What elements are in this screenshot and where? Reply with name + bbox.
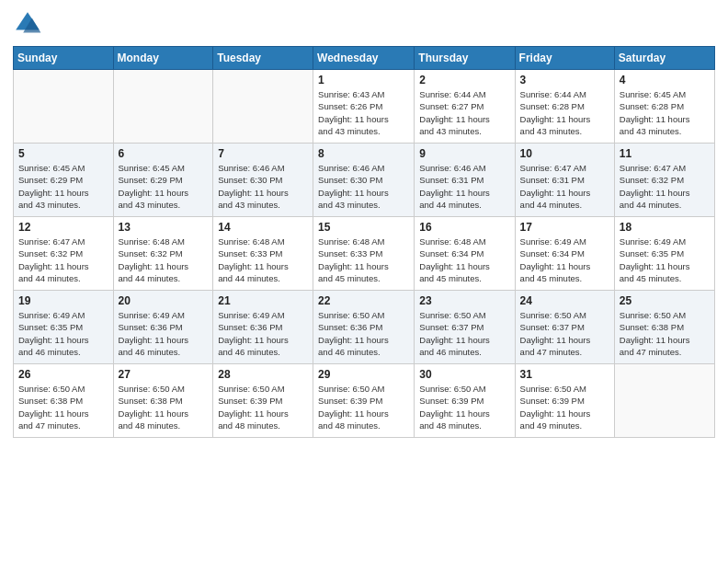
- calendar-cell: 15Sunrise: 6:48 AMSunset: 6:33 PMDayligh…: [313, 217, 415, 291]
- day-info: Sunrise: 6:48 AMSunset: 6:33 PMDaylight:…: [218, 236, 308, 284]
- calendar-cell: 27Sunrise: 6:50 AMSunset: 6:38 PMDayligh…: [113, 364, 213, 438]
- day-info: Sunrise: 6:50 AMSunset: 6:39 PMDaylight:…: [318, 383, 409, 431]
- day-number: 14: [218, 221, 308, 234]
- day-info: Sunrise: 6:46 AMSunset: 6:30 PMDaylight:…: [218, 162, 308, 211]
- calendar-cell: 6Sunrise: 6:45 AMSunset: 6:29 PMDaylight…: [113, 144, 213, 217]
- day-info: Sunrise: 6:50 AMSunset: 6:39 PMDaylight:…: [419, 383, 509, 431]
- day-info: Sunrise: 6:50 AMSunset: 6:36 PMDaylight:…: [318, 309, 409, 358]
- day-info: Sunrise: 6:48 AMSunset: 6:32 PMDaylight:…: [119, 236, 209, 284]
- calendar-cell: 18Sunrise: 6:49 AMSunset: 6:35 PMDayligh…: [614, 217, 714, 291]
- calendar-cell: 17Sunrise: 6:49 AMSunset: 6:34 PMDayligh…: [515, 217, 614, 291]
- day-number: 12: [18, 221, 108, 234]
- day-info: Sunrise: 6:46 AMSunset: 6:31 PMDaylight:…: [419, 162, 509, 211]
- day-header-thursday: Thursday: [415, 47, 515, 70]
- day-info: Sunrise: 6:47 AMSunset: 6:31 PMDaylight:…: [520, 162, 609, 211]
- day-number: 10: [520, 147, 609, 160]
- calendar-cell: 4Sunrise: 6:45 AMSunset: 6:28 PMDaylight…: [614, 70, 714, 144]
- day-header-friday: Friday: [515, 47, 614, 70]
- day-info: Sunrise: 6:46 AMSunset: 6:30 PMDaylight:…: [318, 162, 409, 211]
- day-number: 4: [620, 74, 710, 86]
- day-info: Sunrise: 6:44 AMSunset: 6:27 PMDaylight:…: [419, 88, 509, 137]
- day-number: 17: [520, 221, 609, 234]
- day-number: 21: [218, 294, 308, 307]
- calendar-cell: 23Sunrise: 6:50 AMSunset: 6:37 PMDayligh…: [415, 291, 515, 364]
- day-info: Sunrise: 6:50 AMSunset: 6:39 PMDaylight:…: [218, 383, 308, 431]
- calendar-cell: 28Sunrise: 6:50 AMSunset: 6:39 PMDayligh…: [213, 364, 313, 438]
- day-number: 25: [620, 294, 710, 307]
- header: [13, 9, 715, 39]
- calendar-cell: [614, 364, 714, 438]
- calendar-cell: 16Sunrise: 6:48 AMSunset: 6:34 PMDayligh…: [415, 217, 515, 291]
- day-info: Sunrise: 6:49 AMSunset: 6:35 PMDaylight:…: [620, 236, 710, 284]
- day-number: 7: [218, 147, 308, 160]
- calendar-cell: 30Sunrise: 6:50 AMSunset: 6:39 PMDayligh…: [415, 364, 515, 438]
- day-number: 5: [18, 147, 108, 160]
- calendar: SundayMondayTuesdayWednesdayThursdayFrid…: [13, 46, 715, 438]
- day-number: 15: [318, 221, 409, 234]
- logo-icon: [13, 9, 42, 39]
- day-number: 8: [318, 147, 409, 160]
- day-number: 30: [419, 368, 509, 381]
- calendar-cell: 11Sunrise: 6:47 AMSunset: 6:32 PMDayligh…: [614, 144, 714, 217]
- day-number: 13: [119, 221, 209, 234]
- calendar-cell: 20Sunrise: 6:49 AMSunset: 6:36 PMDayligh…: [113, 291, 213, 364]
- day-number: 9: [419, 147, 509, 160]
- calendar-cell: 12Sunrise: 6:47 AMSunset: 6:32 PMDayligh…: [14, 217, 114, 291]
- day-info: Sunrise: 6:49 AMSunset: 6:36 PMDaylight:…: [119, 309, 209, 358]
- calendar-cell: 26Sunrise: 6:50 AMSunset: 6:38 PMDayligh…: [14, 364, 114, 438]
- calendar-cell: 2Sunrise: 6:44 AMSunset: 6:27 PMDaylight…: [415, 70, 515, 144]
- day-number: 23: [419, 294, 509, 307]
- calendar-week-row: 19Sunrise: 6:49 AMSunset: 6:35 PMDayligh…: [14, 291, 715, 364]
- day-number: 24: [520, 294, 609, 307]
- day-info: Sunrise: 6:43 AMSunset: 6:26 PMDaylight:…: [318, 88, 409, 137]
- day-info: Sunrise: 6:50 AMSunset: 6:38 PMDaylight:…: [119, 383, 209, 431]
- day-number: 26: [18, 368, 108, 381]
- calendar-cell: [213, 70, 313, 144]
- calendar-cell: 29Sunrise: 6:50 AMSunset: 6:39 PMDayligh…: [313, 364, 415, 438]
- calendar-cell: 9Sunrise: 6:46 AMSunset: 6:31 PMDaylight…: [415, 144, 515, 217]
- day-number: 6: [119, 147, 209, 160]
- calendar-cell: 3Sunrise: 6:44 AMSunset: 6:28 PMDaylight…: [515, 70, 614, 144]
- day-number: 16: [419, 221, 509, 234]
- day-number: 29: [318, 368, 409, 381]
- day-info: Sunrise: 6:49 AMSunset: 6:34 PMDaylight:…: [520, 236, 609, 284]
- calendar-cell: 13Sunrise: 6:48 AMSunset: 6:32 PMDayligh…: [113, 217, 213, 291]
- day-number: 3: [520, 74, 609, 86]
- calendar-week-row: 26Sunrise: 6:50 AMSunset: 6:38 PMDayligh…: [14, 364, 715, 438]
- calendar-cell: 1Sunrise: 6:43 AMSunset: 6:26 PMDaylight…: [313, 70, 415, 144]
- calendar-cell: 7Sunrise: 6:46 AMSunset: 6:30 PMDaylight…: [213, 144, 313, 217]
- calendar-header-row: SundayMondayTuesdayWednesdayThursdayFrid…: [14, 47, 715, 70]
- day-number: 20: [119, 294, 209, 307]
- day-number: 1: [318, 74, 409, 86]
- day-info: Sunrise: 6:50 AMSunset: 6:37 PMDaylight:…: [520, 309, 609, 358]
- calendar-cell: 24Sunrise: 6:50 AMSunset: 6:37 PMDayligh…: [515, 291, 614, 364]
- logo: [13, 9, 46, 39]
- day-info: Sunrise: 6:47 AMSunset: 6:32 PMDaylight:…: [18, 236, 108, 284]
- calendar-cell: 21Sunrise: 6:49 AMSunset: 6:36 PMDayligh…: [213, 291, 313, 364]
- calendar-cell: 31Sunrise: 6:50 AMSunset: 6:39 PMDayligh…: [515, 364, 614, 438]
- day-info: Sunrise: 6:45 AMSunset: 6:28 PMDaylight:…: [620, 88, 710, 137]
- day-number: 11: [620, 147, 710, 160]
- day-header-wednesday: Wednesday: [313, 47, 415, 70]
- day-header-monday: Monday: [113, 47, 213, 70]
- calendar-cell: 8Sunrise: 6:46 AMSunset: 6:30 PMDaylight…: [313, 144, 415, 217]
- day-number: 2: [419, 74, 509, 86]
- calendar-cell: 14Sunrise: 6:48 AMSunset: 6:33 PMDayligh…: [213, 217, 313, 291]
- calendar-cell: 19Sunrise: 6:49 AMSunset: 6:35 PMDayligh…: [14, 291, 114, 364]
- day-info: Sunrise: 6:47 AMSunset: 6:32 PMDaylight:…: [620, 162, 710, 211]
- day-info: Sunrise: 6:49 AMSunset: 6:35 PMDaylight:…: [18, 309, 108, 358]
- day-number: 18: [620, 221, 710, 234]
- calendar-week-row: 1Sunrise: 6:43 AMSunset: 6:26 PMDaylight…: [14, 70, 715, 144]
- day-header-sunday: Sunday: [14, 47, 114, 70]
- page: SundayMondayTuesdayWednesdayThursdayFrid…: [0, 0, 728, 563]
- day-info: Sunrise: 6:45 AMSunset: 6:29 PMDaylight:…: [18, 162, 108, 211]
- day-info: Sunrise: 6:49 AMSunset: 6:36 PMDaylight:…: [218, 309, 308, 358]
- day-header-saturday: Saturday: [614, 47, 714, 70]
- calendar-cell: 5Sunrise: 6:45 AMSunset: 6:29 PMDaylight…: [14, 144, 114, 217]
- calendar-week-row: 5Sunrise: 6:45 AMSunset: 6:29 PMDaylight…: [14, 144, 715, 217]
- calendar-cell: 22Sunrise: 6:50 AMSunset: 6:36 PMDayligh…: [313, 291, 415, 364]
- day-info: Sunrise: 6:50 AMSunset: 6:37 PMDaylight:…: [419, 309, 509, 358]
- day-number: 28: [218, 368, 308, 381]
- day-info: Sunrise: 6:48 AMSunset: 6:33 PMDaylight:…: [318, 236, 409, 284]
- day-number: 27: [119, 368, 209, 381]
